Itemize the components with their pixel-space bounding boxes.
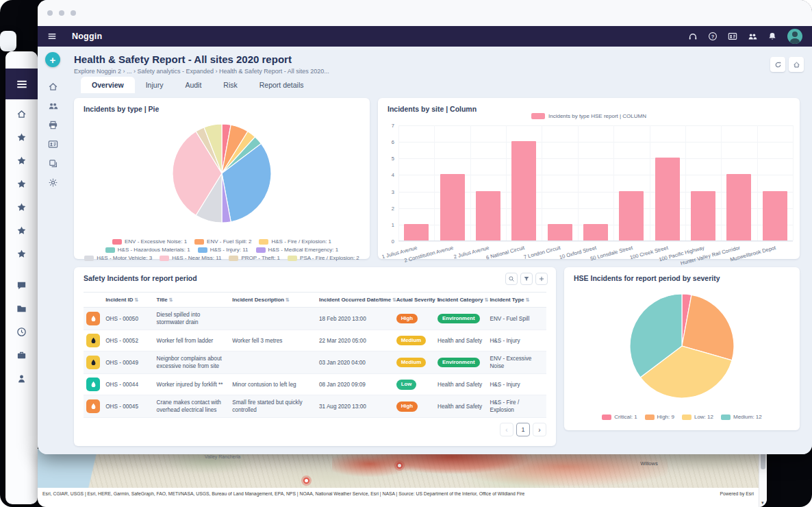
support-arc-icon[interactable] xyxy=(688,32,698,41)
people-icon[interactable] xyxy=(47,96,58,115)
contact-card-icon[interactable] xyxy=(728,32,737,41)
create-new-button[interactable]: + xyxy=(45,52,60,67)
user-avatar[interactable] xyxy=(787,29,802,44)
table-plus-button[interactable] xyxy=(535,273,548,285)
bell-icon[interactable] xyxy=(767,32,777,41)
fire-marker[interactable] xyxy=(396,462,403,469)
legend-item[interactable]: H&S - Medical Emergency: 1 xyxy=(256,247,339,253)
column-header[interactable]: Incident ID⇅ xyxy=(103,293,153,308)
pagination-next-button[interactable]: › xyxy=(533,423,546,436)
hamburger-menu-icon[interactable] xyxy=(47,32,57,41)
map-canvas[interactable]: Valley Rancheria Willows xyxy=(38,449,759,488)
pagination-prev-button[interactable]: ‹ xyxy=(500,423,513,436)
sidebar-star-icon[interactable] xyxy=(16,219,27,242)
cell-type: H&S - Injury xyxy=(487,374,546,395)
column-header[interactable]: Incident Description⇅ xyxy=(229,293,316,308)
bar[interactable] xyxy=(404,224,429,240)
gridline xyxy=(398,125,793,126)
legend-item[interactable]: H&S - Near Miss: 11 xyxy=(160,255,221,261)
legend-item[interactable]: Medium: 12 xyxy=(721,414,762,420)
scrollbar-down-arrow[interactable]: ▾ xyxy=(761,500,764,506)
sidebar-star-icon[interactable] xyxy=(16,242,27,265)
tab-audit[interactable]: Audit xyxy=(174,77,212,93)
legend-item[interactable]: High: 9 xyxy=(645,414,674,420)
bar[interactable] xyxy=(476,191,500,240)
bar[interactable] xyxy=(763,191,787,240)
legend-item[interactable]: PSA - Fire / Explosion: 2 xyxy=(288,255,359,261)
sidebar-person-icon[interactable] xyxy=(16,367,27,390)
hamburger-menu-icon[interactable] xyxy=(16,78,28,90)
window-control-dot[interactable] xyxy=(47,10,53,16)
table-row[interactable]: OHS - 00052 Worker fell from ladder Work… xyxy=(84,330,546,351)
table-row[interactable]: OHS - 00050 Diesel spilled into stormwat… xyxy=(84,308,546,330)
bar[interactable] xyxy=(619,191,644,240)
legend-item[interactable]: H&S - Fire / Explosion: 1 xyxy=(259,238,331,245)
column-header[interactable]: Actual Severity⇅ xyxy=(394,293,435,308)
contact-card-icon[interactable] xyxy=(47,134,58,153)
legend-item[interactable]: H&S - Motor Vehicle: 3 xyxy=(84,255,152,261)
table-filter-button[interactable] xyxy=(520,273,533,285)
column-header[interactable]: Title⇅ xyxy=(154,293,230,308)
legend-item[interactable]: H&S - Injury: 11 xyxy=(198,247,249,253)
copy-icon[interactable] xyxy=(47,153,58,173)
bar[interactable] xyxy=(511,141,536,240)
window-control-dot[interactable] xyxy=(71,10,76,16)
breadcrumb[interactable]: Explore Noggin 2 › ... › Safety analytic… xyxy=(74,68,329,75)
column-chart-plot[interactable] xyxy=(398,125,793,241)
legend-item[interactable]: Low: 12 xyxy=(682,414,713,420)
bar[interactable] xyxy=(726,174,751,240)
legend-item[interactable]: H&S - Hazardous Materials: 1 xyxy=(105,247,190,253)
table-row[interactable]: OHS - 00044 Worker injured by forklift *… xyxy=(84,374,546,395)
people-icon[interactable] xyxy=(748,32,757,41)
bar[interactable] xyxy=(655,158,680,240)
window-control-dot[interactable] xyxy=(59,10,64,16)
map-scrollbar[interactable]: ▾ xyxy=(759,449,767,507)
gear-icon[interactable] xyxy=(47,173,58,192)
sort-icon[interactable]: ⇅ xyxy=(485,297,489,302)
table-search-button[interactable] xyxy=(505,273,518,285)
pagination-current-page[interactable]: 1 xyxy=(516,423,530,436)
sidebar-briefcase-icon[interactable] xyxy=(16,343,27,367)
severity-badge: Medium xyxy=(396,358,426,368)
sidebar-star-icon[interactable] xyxy=(16,195,27,219)
sidebar-home-icon[interactable] xyxy=(16,102,27,125)
legend-item[interactable]: ENV - Fuel Spill: 2 xyxy=(194,238,251,245)
home-icon[interactable] xyxy=(47,77,58,96)
table-row[interactable]: OHS - 00045 Crane makes contact with ove… xyxy=(84,395,546,418)
bar[interactable] xyxy=(440,174,465,240)
tab-risk[interactable]: Risk xyxy=(212,77,248,93)
column-header[interactable]: Incident Type⇅ xyxy=(487,293,546,308)
sidebar-star-icon[interactable] xyxy=(16,149,27,172)
sidebar-star-icon[interactable] xyxy=(16,125,27,149)
column-header[interactable]: Incident Category⇅ xyxy=(435,293,487,308)
sidebar-star-icon[interactable] xyxy=(16,172,27,195)
legend-item[interactable]: PROP - Theft: 1 xyxy=(229,255,280,261)
tab-overview[interactable]: Overview xyxy=(81,77,135,93)
sort-icon[interactable]: ⇅ xyxy=(286,297,290,302)
fire-marker[interactable] xyxy=(303,478,309,484)
sort-icon[interactable]: ⇅ xyxy=(169,297,173,302)
sidebar-folder-icon[interactable] xyxy=(16,297,27,320)
tab-injury[interactable]: Injury xyxy=(135,77,175,93)
home-button[interactable] xyxy=(789,57,804,72)
sort-icon[interactable]: ⇅ xyxy=(526,297,530,302)
brand-logo[interactable]: Noggin xyxy=(72,32,102,41)
cell-description: Small fire started but quickly controlle… xyxy=(229,395,316,418)
tab-report-details[interactable]: Report details xyxy=(249,77,315,93)
sort-icon[interactable]: ⇅ xyxy=(135,297,139,302)
column-chart-legend[interactable]: Incidents by type HSE report | COLUMN xyxy=(378,113,800,119)
legend-item[interactable]: ENV - Excessive Noise: 1 xyxy=(112,238,187,245)
severity-pie-chart[interactable] xyxy=(564,286,800,399)
legend-item[interactable]: Critical: 1 xyxy=(602,414,637,420)
bar[interactable] xyxy=(583,224,608,240)
column-header[interactable]: Incident Occurred Date/time⇅ xyxy=(316,293,394,308)
help-icon[interactable]: ? xyxy=(708,32,718,41)
printer-icon[interactable] xyxy=(47,115,58,134)
sidebar-chat-icon[interactable] xyxy=(16,273,27,297)
table-row[interactable]: OHS - 00049 Neignbor complains about exc… xyxy=(84,351,546,374)
refresh-button[interactable] xyxy=(770,57,785,72)
bar[interactable] xyxy=(548,224,572,240)
sidebar-clock-icon[interactable] xyxy=(16,320,27,343)
incidents-by-type-pie-chart[interactable] xyxy=(74,116,370,238)
bar[interactable] xyxy=(691,191,715,240)
